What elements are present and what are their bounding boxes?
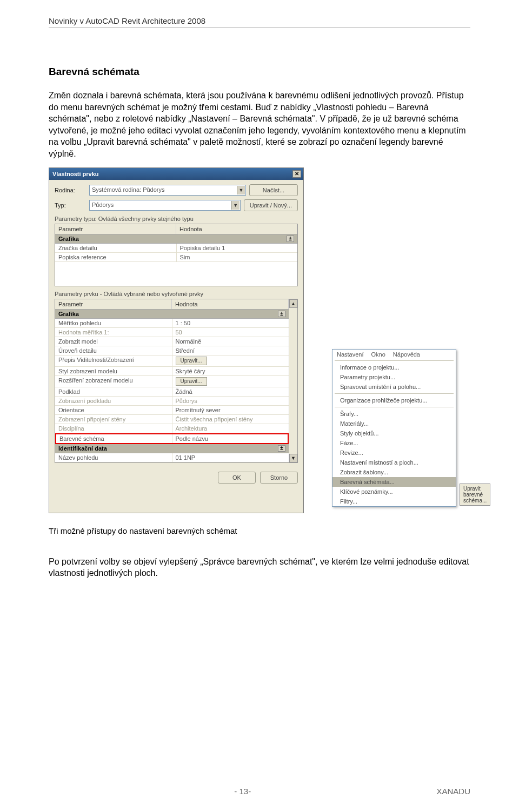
param-name: Úroveň detailu: [55, 346, 172, 355]
menu-items-mid: Šrafy...Materiály...Styly objektů...Fáze…: [332, 409, 456, 477]
table-row[interactable]: Zobrazení připojení stěnyČistit všechna …: [55, 415, 289, 424]
paragraph-1: Změn doznala i barevná schémata, která j…: [49, 90, 470, 160]
param-value[interactable]: Podle názvu: [172, 434, 288, 443]
close-icon[interactable]: ✕: [292, 170, 301, 178]
dialog-vlastnosti-prvku: Vlastnosti prvku ✕ Rodina: Systémová rod…: [49, 167, 304, 513]
param-value[interactable]: 01 1NP: [172, 453, 289, 462]
scroll-up-icon[interactable]: ▲: [289, 299, 297, 308]
group-ident-label: Identifikační data: [58, 445, 107, 452]
menu-item[interactable]: Nastavení místností a ploch...: [332, 458, 456, 467]
param-value[interactable]: Střední: [172, 346, 289, 355]
group-grafika-2[interactable]: Grafika ±: [55, 310, 289, 319]
menu-item[interactable]: Revize...: [332, 448, 456, 458]
select-typ-value: Půdorys: [92, 202, 114, 208]
param-name: Zobrazit model: [55, 337, 172, 346]
menu-item[interactable]: Spravovat umístění a polohu...: [332, 382, 456, 392]
menu-item[interactable]: Styly objektů...: [332, 428, 456, 438]
edit-button[interactable]: Upravit...: [176, 377, 207, 386]
table-row[interactable]: Přepis Viditelnosti/ZobrazeníUpravit...: [55, 355, 289, 367]
menu-item[interactable]: Materiály...: [332, 419, 456, 428]
menu-head-napoveda[interactable]: Nápověda: [393, 351, 420, 358]
collapse-icon[interactable]: ±: [278, 311, 285, 317]
param-name: Popiska reference: [55, 253, 177, 261]
param-value[interactable]: 1 : 50: [172, 319, 289, 327]
edit-new-button[interactable]: Upravit / Nový...: [244, 199, 298, 211]
param-value[interactable]: Promítnutý sever: [172, 406, 289, 414]
menu-item-barevna-schemata[interactable]: Barevná schémata...: [332, 477, 456, 487]
table-row[interactable]: Zobrazení podkladuPůdorys: [55, 397, 289, 406]
param-value[interactable]: Sim: [177, 253, 298, 261]
collapse-icon[interactable]: ±: [287, 236, 294, 242]
menu-item[interactable]: Šrafy...: [332, 409, 456, 419]
group-grafika[interactable]: Grafika ±: [55, 234, 297, 244]
collapse-icon[interactable]: ±: [278, 445, 285, 452]
cancel-button[interactable]: Storno: [260, 472, 298, 484]
label-typ: Typ:: [55, 202, 86, 209]
ok-button[interactable]: OK: [218, 472, 256, 484]
scrollbar[interactable]: ▲ ▼: [289, 299, 297, 462]
page-number: - 13-: [234, 787, 251, 796]
menu-item[interactable]: Klíčové poznámky...: [332, 487, 456, 496]
param-value[interactable]: Půdorys: [172, 397, 289, 405]
table-row[interactable]: Barevné schémaPodle názvu: [55, 433, 289, 444]
edit-color-scheme-button[interactable]: Upravit barevné schéma...: [460, 484, 490, 506]
menu-head-nastaveni[interactable]: Nastavení: [337, 351, 364, 358]
param-name: Rozšíření zobrazení modelu: [55, 376, 172, 387]
menu-item[interactable]: Zobrazit šablony...: [332, 467, 456, 477]
table-row[interactable]: Značka detailuPopiska detailu 1: [55, 244, 297, 253]
column-header-parametr: Parametr: [55, 224, 176, 234]
label-rodina: Rodina:: [55, 187, 86, 193]
param-name: Měřítko pohledu: [55, 319, 172, 327]
select-typ[interactable]: Půdorys ▼: [89, 200, 241, 211]
group-ident[interactable]: Identifikační data ±: [55, 444, 289, 453]
param-name: Orientace: [55, 406, 172, 414]
group-grafika-label-2: Grafika: [58, 311, 79, 317]
menu-items-top: Informace o projektu...Parametry projekt…: [332, 363, 456, 392]
param-name: Barevné schéma: [56, 434, 172, 443]
scroll-down-icon[interactable]: ▼: [289, 454, 297, 462]
column-header-hodnota-2: Hodnota: [172, 299, 289, 309]
param-value[interactable]: Upravit...: [172, 355, 289, 366]
brand: XANADU: [436, 787, 470, 796]
param-name: Název pohledu: [55, 453, 172, 462]
param-value[interactable]: Popiska detailu 1: [177, 244, 298, 252]
menu-item[interactable]: Fáze...: [332, 438, 456, 448]
table-row[interactable]: DisciplínaArchitektura: [55, 424, 289, 433]
typu-rows: Značka detailuPopiska detailu 1Popiska r…: [55, 244, 297, 262]
table-row[interactable]: Zobrazit modelNormálně: [55, 337, 289, 346]
table-row[interactable]: Měřítko pohledu1 : 50: [55, 319, 289, 328]
param-name: Přepis Viditelnosti/Zobrazení: [55, 355, 172, 366]
grid-parametry-typu: Parametr Hodnota Grafika ± Značka detail…: [55, 224, 298, 286]
table-row[interactable]: Styl zobrazení modeluSkryté čáry: [55, 367, 289, 376]
param-value[interactable]: Normálně: [172, 337, 289, 346]
edit-button[interactable]: Upravit...: [176, 357, 207, 365]
menu-item-organizace[interactable]: Organizace prohlížeče projektu...: [332, 395, 456, 405]
param-value[interactable]: Architektura: [172, 424, 289, 433]
load-button[interactable]: Načíst...: [249, 184, 298, 196]
menu-item[interactable]: Informace o projektu...: [332, 363, 456, 372]
column-header-parametr-2: Parametr: [55, 299, 172, 309]
table-row[interactable]: Úroveň detailuStřední: [55, 346, 289, 355]
param-value[interactable]: 50: [172, 328, 289, 337]
paragraph-2: Po potvrzení volby se objeví vylepšený „…: [49, 556, 470, 579]
select-rodina[interactable]: Systémová rodina: Půdorys ▼: [89, 185, 246, 196]
table-row[interactable]: Popiska referenceSim: [55, 253, 297, 262]
prvku-rows: Měřítko pohledu1 : 50Hodnota měřítka 1:5…: [55, 319, 289, 444]
menu-item[interactable]: Parametry projektu...: [332, 372, 456, 382]
param-value[interactable]: Upravit...: [172, 376, 289, 387]
param-value[interactable]: Čistit všechna připojení stěny: [172, 415, 289, 424]
column-header-hodnota: Hodnota: [176, 224, 297, 234]
table-row[interactable]: PodkladŽádná: [55, 387, 289, 397]
menu-separator: [335, 407, 454, 407]
menu-header: Nastavení Okno Nápověda: [332, 350, 456, 359]
table-row[interactable]: Rozšíření zobrazení modeluUpravit...: [55, 376, 289, 387]
param-value[interactable]: Žádná: [172, 387, 289, 396]
table-row[interactable]: Název pohledu01 1NP: [55, 453, 289, 462]
param-value[interactable]: Skryté čáry: [172, 367, 289, 375]
param-name: Zobrazení připojení stěny: [55, 415, 172, 424]
menu-head-okno[interactable]: Okno: [371, 351, 385, 358]
param-name: Styl zobrazení modelu: [55, 367, 172, 375]
menu-item[interactable]: Filtry...: [332, 496, 456, 506]
table-row[interactable]: OrientacePromítnutý sever: [55, 406, 289, 415]
table-row[interactable]: Hodnota měřítka 1:50: [55, 328, 289, 337]
